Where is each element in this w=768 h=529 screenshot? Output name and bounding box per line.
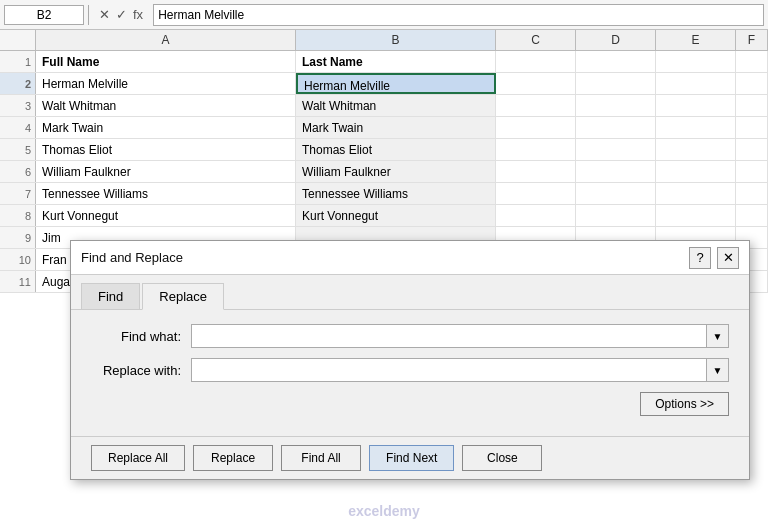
cell-b[interactable]: Last Name [296,51,496,72]
col-header-b[interactable]: B [296,30,496,50]
dialog-controls: ? ✕ [689,247,739,269]
table-row[interactable]: 1 Full Name Last Name [0,51,768,73]
cell-d[interactable] [576,73,656,94]
replace-button[interactable]: Replace [193,445,273,471]
cell-a[interactable]: Mark Twain [36,117,296,138]
cell-d[interactable] [576,183,656,204]
row-number: 1 [0,51,36,72]
col-header-d[interactable]: D [576,30,656,50]
cell-a[interactable]: William Faulkner [36,161,296,182]
row-number: 11 [0,271,36,292]
row-number: 6 [0,161,36,182]
find-what-dropdown[interactable]: ▼ [706,325,728,347]
cell-b[interactable]: Thomas Eliot [296,139,496,160]
find-next-button[interactable]: Find Next [369,445,454,471]
cell-c[interactable] [496,51,576,72]
cell-f[interactable] [736,139,768,160]
row-number: 7 [0,183,36,204]
cell-c[interactable] [496,95,576,116]
cell-f[interactable] [736,205,768,226]
col-header-c[interactable]: C [496,30,576,50]
replace-with-input[interactable] [192,359,706,381]
cell-c[interactable] [496,139,576,160]
table-row[interactable]: 6 William Faulkner William Faulkner [0,161,768,183]
cell-b[interactable]: Kurt Vonnegut [296,205,496,226]
cell-e[interactable] [656,95,736,116]
dialog-body: Find what: ▼ Replace with: ▼ [71,310,749,436]
cell-a[interactable]: Kurt Vonnegut [36,205,296,226]
col-header-f[interactable]: F [736,30,768,50]
cell-c[interactable] [496,73,576,94]
find-what-input[interactable] [192,325,706,347]
cell-e[interactable] [656,139,736,160]
table-row[interactable]: 5 Thomas Eliot Thomas Eliot [0,139,768,161]
cell-e[interactable] [656,73,736,94]
replace-all-button[interactable]: Replace All [91,445,185,471]
cancel-icon[interactable]: ✕ [99,7,110,22]
spreadsheet: A B C D E F 1 Full Name Last Name 2 Herm… [0,30,768,529]
find-all-button[interactable]: Find All [281,445,361,471]
row-number: 8 [0,205,36,226]
cell-a[interactable]: Walt Whitman [36,95,296,116]
options-button[interactable]: Options >> [640,392,729,416]
formula-input[interactable] [153,4,764,26]
find-what-label: Find what: [91,329,191,344]
close-dialog-button[interactable]: ✕ [717,247,739,269]
row-number: 3 [0,95,36,116]
cell-f[interactable] [736,95,768,116]
dialog-tab-replace[interactable]: Replace [142,283,224,310]
table-row[interactable]: 2 Herman Melville Herman Melville [0,73,768,95]
confirm-icon[interactable]: ✓ [116,7,127,22]
cell-c[interactable] [496,161,576,182]
find-what-row: Find what: ▼ [91,324,729,348]
help-button[interactable]: ? [689,247,711,269]
excel-app: ✕ ✓ fx A B C D E F 1 Full Name Last Name… [0,0,768,529]
cell-e[interactable] [656,205,736,226]
dialog-tabs: FindReplace [71,275,749,310]
formula-bar-divider [88,5,89,25]
cell-d[interactable] [576,51,656,72]
close-button[interactable]: Close [462,445,542,471]
cell-e[interactable] [656,183,736,204]
cell-f[interactable] [736,73,768,94]
fx-icon[interactable]: fx [133,7,143,22]
col-header-a[interactable]: A [36,30,296,50]
cell-e[interactable] [656,117,736,138]
column-headers: A B C D E F [0,30,768,51]
cell-f[interactable] [736,183,768,204]
cell-e[interactable] [656,51,736,72]
cell-d[interactable] [576,139,656,160]
cell-a[interactable]: Thomas Eliot [36,139,296,160]
table-row[interactable]: 8 Kurt Vonnegut Kurt Vonnegut [0,205,768,227]
cell-c[interactable] [496,205,576,226]
col-header-e[interactable]: E [656,30,736,50]
cell-c[interactable] [496,117,576,138]
cell-b[interactable]: Mark Twain [296,117,496,138]
cell-c[interactable] [496,183,576,204]
table-row[interactable]: 7 Tennessee Williams Tennessee Williams [0,183,768,205]
dialog-tab-find[interactable]: Find [81,283,140,309]
formula-icons: ✕ ✓ fx [93,7,149,22]
table-row[interactable]: 3 Walt Whitman Walt Whitman [0,95,768,117]
cell-a[interactable]: Herman Melville [36,73,296,94]
cell-d[interactable] [576,117,656,138]
cell-e[interactable] [656,161,736,182]
cell-d[interactable] [576,161,656,182]
cell-b[interactable]: Walt Whitman [296,95,496,116]
cell-f[interactable] [736,51,768,72]
cell-b[interactable]: Herman Melville [296,73,496,94]
cell-d[interactable] [576,95,656,116]
replace-with-input-wrap: ▼ [191,358,729,382]
cell-f[interactable] [736,117,768,138]
cell-b[interactable]: William Faulkner [296,161,496,182]
replace-with-row: Replace with: ▼ [91,358,729,382]
find-replace-dialog[interactable]: Find and Replace ? ✕ FindReplace Find wh… [70,240,750,480]
cell-d[interactable] [576,205,656,226]
replace-with-dropdown[interactable]: ▼ [706,359,728,381]
cell-reference-box[interactable] [4,5,84,25]
cell-a[interactable]: Tennessee Williams [36,183,296,204]
cell-a[interactable]: Full Name [36,51,296,72]
cell-b[interactable]: Tennessee Williams [296,183,496,204]
table-row[interactable]: 4 Mark Twain Mark Twain [0,117,768,139]
cell-f[interactable] [736,161,768,182]
